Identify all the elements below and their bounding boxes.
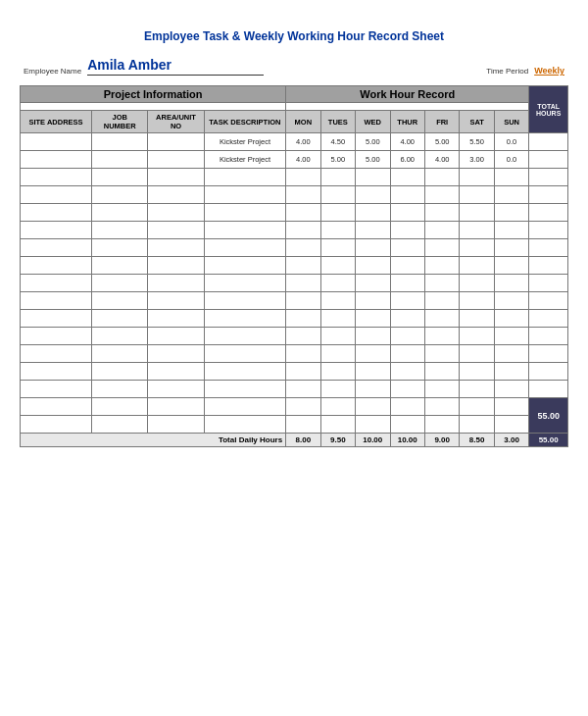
table-row: 55.00 [21, 398, 568, 416]
task-2: Kickster Project [204, 151, 285, 169]
time-period-label: Time Period [486, 67, 528, 76]
mon-2: 4.00 [286, 151, 320, 169]
total-wed: 10.00 [356, 434, 390, 447]
fri-2: 4.00 [424, 151, 459, 169]
table-row: Kickster Project 4.00 5.00 5.00 6.00 4.0… [21, 151, 568, 169]
column-header-row: SITE ADDRESS JOB NUMBER AREA/UNIT NO TAS… [21, 111, 568, 133]
total-fri: 9.00 [424, 434, 459, 447]
table-row [21, 169, 568, 186]
sun-1: 0.0 [494, 133, 528, 151]
total-mon: 8.00 [286, 434, 320, 447]
sun-2: 0.0 [494, 151, 528, 169]
total-sat: 8.50 [460, 434, 494, 447]
col-site-address: SITE ADDRESS [21, 111, 92, 133]
table-row [21, 292, 568, 310]
wed-1: 5.00 [356, 133, 390, 151]
table-row [21, 186, 568, 204]
employee-name-label: Employee Name [24, 67, 81, 76]
total-tues: 9.50 [320, 434, 355, 447]
col-area-unit: AREA/UNIT NO [148, 111, 204, 133]
section-header-row: Project Information Work Hour Record TOT… [21, 86, 568, 103]
grand-total: 55.00 [529, 434, 568, 447]
page-title: Employee Task & Weekly Working Hour Reco… [20, 29, 568, 43]
table-row [21, 275, 568, 292]
area-2 [148, 151, 204, 169]
col-task-desc: TASK DESCRIPTION [204, 111, 285, 133]
fri-1: 5.00 [424, 133, 459, 151]
col-sun: SUN [494, 111, 528, 133]
table-row [21, 257, 568, 275]
table-row [21, 310, 568, 328]
time-period-value: Weekly [534, 66, 564, 76]
site-2 [21, 151, 92, 169]
area-1 [148, 133, 204, 151]
table-row [21, 328, 568, 345]
sat-2: 3.00 [460, 151, 494, 169]
total-hours-value-cell: 55.00 [529, 398, 568, 434]
table-row: Kickster Project 4.00 4.50 5.00 4.00 5.0… [21, 133, 568, 151]
total-sun: 3.00 [494, 434, 528, 447]
page: Employee Task & Weekly Working Hour Reco… [20, 20, 568, 447]
col-wed: WED [356, 111, 390, 133]
table-row [21, 363, 568, 381]
table-row [21, 345, 568, 363]
main-table: Project Information Work Hour Record TOT… [20, 85, 568, 447]
job-1 [92, 133, 148, 151]
wed-2: 5.00 [356, 151, 390, 169]
job-2 [92, 151, 148, 169]
col-mon: MON [286, 111, 320, 133]
header-row: Employee Name Amila Amber Time Period We… [20, 57, 568, 76]
spacer-row [21, 103, 568, 111]
tues-2: 5.00 [320, 151, 355, 169]
project-info-header: Project Information [21, 86, 286, 103]
table-row [21, 239, 568, 257]
table-row [21, 222, 568, 239]
table-row [21, 204, 568, 222]
thur-1: 4.00 [390, 133, 424, 151]
col-sat: SAT [460, 111, 494, 133]
col-thur: THUR [390, 111, 424, 133]
col-job-number: JOB NUMBER [92, 111, 148, 133]
sat-1: 5.50 [460, 133, 494, 151]
thur-2: 6.00 [390, 151, 424, 169]
mon-1: 4.00 [286, 133, 320, 151]
work-hour-header: Work Hour Record [286, 86, 529, 103]
total-thur: 10.00 [390, 434, 424, 447]
total-daily-label: Total Daily Hours [21, 434, 286, 447]
employee-name-value: Amila Amber [87, 57, 264, 76]
table-row [21, 416, 568, 434]
col-tues: TUES [320, 111, 355, 133]
task-1: Kickster Project [204, 133, 285, 151]
total-daily-row: Total Daily Hours 8.00 9.50 10.00 10.00 … [21, 434, 568, 447]
table-row [21, 381, 568, 398]
total-hours-header: TOTAL HOURS [529, 86, 568, 133]
col-fri: FRI [424, 111, 459, 133]
total-1 [529, 133, 568, 151]
site-1 [21, 133, 92, 151]
total-2 [529, 151, 568, 169]
tues-1: 4.50 [320, 133, 355, 151]
